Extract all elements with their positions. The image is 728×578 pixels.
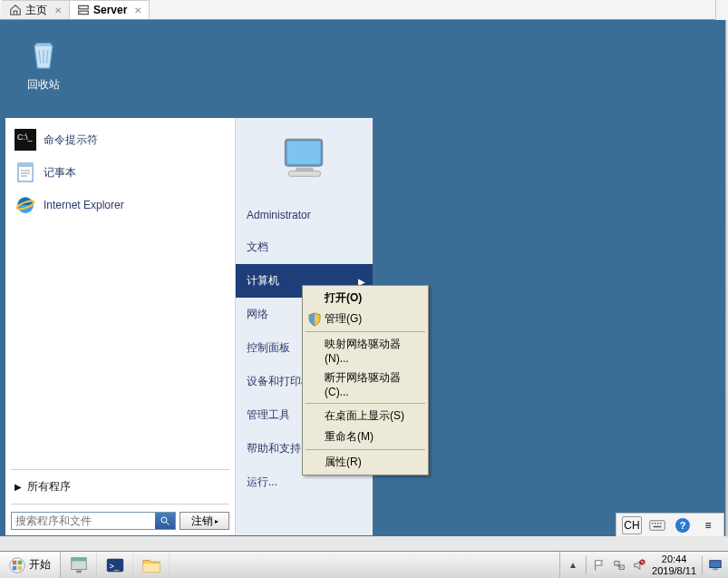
taskbar: 开始 >_ ▲ 20:44 2019/8/11 xyxy=(0,551,728,578)
cmd-icon: C:\_ xyxy=(15,129,36,151)
separator xyxy=(306,449,425,450)
ctx-show-desktop[interactable]: 在桌面上显示(S) xyxy=(305,406,426,426)
triangle-right-icon: ▶ xyxy=(15,482,22,492)
all-programs-label: 所有程序 xyxy=(27,479,71,495)
desktop[interactable]: 回收站 C:\_ 命令提示符 记事本 Internet Explorer xyxy=(0,20,728,536)
svg-rect-21 xyxy=(652,523,654,524)
svg-rect-27 xyxy=(13,560,17,564)
svg-rect-43 xyxy=(713,568,717,570)
close-icon[interactable]: ✕ xyxy=(54,5,62,15)
recycle-bin-icon xyxy=(25,36,62,73)
tab-home-label: 主页 xyxy=(25,3,47,18)
search-icon xyxy=(160,515,170,526)
recycle-bin[interactable]: 回收站 xyxy=(16,36,71,93)
recycle-bin-label: 回收站 xyxy=(16,77,71,93)
tray-action-center[interactable] xyxy=(592,558,607,573)
start-menu-left: C:\_ 命令提示符 记事本 Internet Explorer ▶ 所有程序 xyxy=(5,118,235,535)
svg-rect-18 xyxy=(296,168,313,171)
tray-volume[interactable] xyxy=(632,558,646,573)
tab-server-label: Server xyxy=(93,4,127,16)
svg-point-26 xyxy=(10,557,25,573)
chevron-right-icon: ▸ xyxy=(215,517,218,525)
monitor-avatar-icon xyxy=(277,134,333,183)
separator xyxy=(11,504,229,505)
svg-rect-42 xyxy=(710,560,721,567)
ctx-open[interactable]: 打开(O) xyxy=(305,288,426,309)
program-notepad[interactable]: 记事本 xyxy=(11,156,229,189)
ctx-rename[interactable]: 重命名(M) xyxy=(305,426,426,447)
system-tray: ▲ 20:44 2019/8/11 xyxy=(559,552,728,578)
separator xyxy=(586,556,587,574)
svg-rect-37 xyxy=(615,561,619,564)
tab-bar-corner xyxy=(715,0,728,20)
ctx-disconnect-drive[interactable]: 断开网络驱动器(C)... xyxy=(305,367,426,401)
search-box xyxy=(11,512,176,530)
svg-rect-19 xyxy=(288,171,320,177)
program-notepad-label: 记事本 xyxy=(44,165,76,181)
svg-rect-0 xyxy=(79,5,89,9)
help-button[interactable]: ? xyxy=(673,516,693,534)
close-icon[interactable]: ✕ xyxy=(134,5,141,15)
ie-icon xyxy=(15,194,36,216)
tab-bar: 主页 ✕ Server ✕ xyxy=(0,0,728,20)
tray-date: 2019/8/11 xyxy=(652,565,696,576)
separator xyxy=(306,331,425,332)
separator xyxy=(702,556,703,574)
chevron-up-icon: ▲ xyxy=(568,560,578,570)
separator xyxy=(306,403,425,404)
program-ie-label: Internet Explorer xyxy=(44,199,124,211)
ime-button[interactable]: CH xyxy=(622,516,642,534)
svg-text:>_: >_ xyxy=(109,561,119,570)
explorer-icon xyxy=(141,555,161,575)
powershell-icon: >_ xyxy=(105,555,125,575)
taskbar-powershell[interactable]: >_ xyxy=(97,552,133,578)
help-icon: ? xyxy=(675,518,690,533)
ctx-map-drive[interactable]: 映射网络驱动器(N)... xyxy=(305,334,426,367)
svg-rect-24 xyxy=(660,523,662,524)
program-cmd-label: 命令提示符 xyxy=(44,132,98,148)
windows-logo-icon xyxy=(9,557,25,573)
server-manager-icon xyxy=(69,555,89,575)
all-programs[interactable]: ▶ 所有程序 xyxy=(11,474,229,500)
start-button[interactable]: 开始 xyxy=(0,552,61,578)
aux-toolbar: CH ? ≡ xyxy=(616,513,724,536)
svg-rect-25 xyxy=(654,525,662,527)
bars-icon: ≡ xyxy=(704,519,711,532)
svg-rect-20 xyxy=(650,520,665,530)
ctx-manage[interactable]: 管理(G) xyxy=(305,309,426,329)
ctx-properties[interactable]: 属性(R) xyxy=(305,452,426,473)
tray-clock[interactable]: 20:44 2019/8/11 xyxy=(652,554,696,575)
program-cmd[interactable]: C:\_ 命令提示符 xyxy=(11,123,229,156)
svg-rect-23 xyxy=(657,523,659,524)
tab-server[interactable]: Server ✕ xyxy=(70,0,150,19)
context-menu: 打开(O) 管理(G) 映射网络驱动器(N)... 断开网络驱动器(C)... … xyxy=(302,285,429,475)
search-button[interactable] xyxy=(155,513,175,529)
tray-overflow[interactable]: ▲ xyxy=(566,558,580,573)
tray-show-desktop[interactable] xyxy=(708,558,723,573)
right-username[interactable]: Administrator xyxy=(236,200,373,230)
svg-rect-33 xyxy=(76,570,82,573)
svg-rect-1 xyxy=(79,11,89,15)
program-ie[interactable]: Internet Explorer xyxy=(11,189,229,221)
taskbar-server-manager[interactable] xyxy=(61,552,97,578)
svg-rect-8 xyxy=(18,163,33,167)
volume-tray-icon xyxy=(633,559,645,572)
svg-point-3 xyxy=(81,12,82,13)
server-icon xyxy=(77,4,90,16)
svg-rect-32 xyxy=(71,557,86,561)
keyboard-button[interactable] xyxy=(647,516,667,534)
shield-icon xyxy=(307,312,322,327)
logoff-button[interactable]: 注销 ▸ xyxy=(180,512,229,530)
right-documents[interactable]: 文档 xyxy=(236,230,373,264)
svg-point-14 xyxy=(161,517,167,523)
notepad-icon xyxy=(15,162,36,183)
taskbar-explorer[interactable] xyxy=(133,552,170,578)
tab-home[interactable]: 主页 ✕ xyxy=(2,0,70,19)
search-input[interactable] xyxy=(12,513,155,529)
network-tray-icon xyxy=(613,559,626,572)
tray-network[interactable] xyxy=(612,558,626,573)
aux-menu-button[interactable]: ≡ xyxy=(698,516,718,534)
svg-rect-28 xyxy=(18,560,23,564)
tray-time: 20:44 xyxy=(652,554,696,564)
monitor-tray-icon xyxy=(708,559,723,572)
